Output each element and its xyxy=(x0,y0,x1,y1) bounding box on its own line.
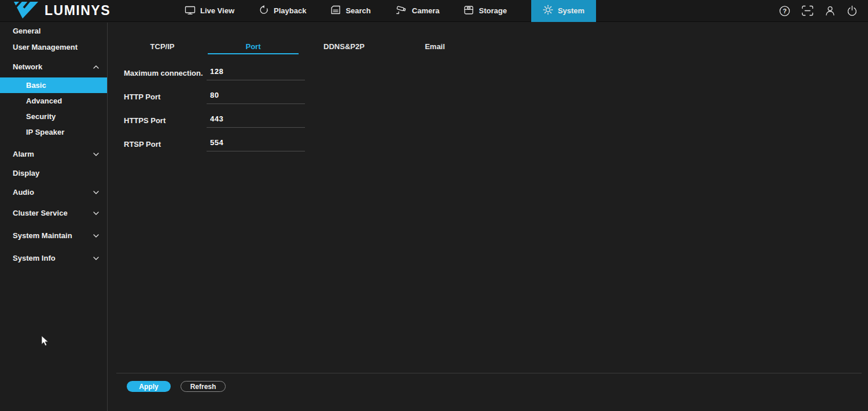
chevron-down-icon xyxy=(93,257,99,260)
sidebar-item-label: Cluster Service xyxy=(13,209,68,217)
sidebar-item-label: Basic xyxy=(26,81,46,90)
sidebar-item-basic[interactable]: Basic xyxy=(0,77,107,93)
cctv-camera-icon xyxy=(395,5,407,17)
monitor-icon xyxy=(185,5,196,17)
nav-label: Search xyxy=(345,6,370,15)
playback-arrow-icon xyxy=(259,5,269,17)
http-port-label: HTTP Port xyxy=(124,92,207,101)
port-settings-form: Maximum connection. HTTP Port HTTPS Port… xyxy=(124,61,868,156)
sidebar-item-label: General xyxy=(13,27,41,35)
sidebar-item-system-info[interactable]: System Info xyxy=(0,247,107,269)
sidebar-item-alarm[interactable]: Alarm xyxy=(0,145,107,164)
nav-label: Live View xyxy=(200,6,234,15)
sidebar-item-label: System Maintain xyxy=(13,231,72,240)
max-connection-label: Maximum connection. xyxy=(124,69,207,77)
sidebar-item-label: Display xyxy=(13,169,39,177)
form-row-max-connection: Maximum connection. xyxy=(124,61,868,85)
sidebar-item-label: Alarm xyxy=(13,150,34,158)
document-search-icon xyxy=(330,5,341,16)
nav-item-storage[interactable]: Storage xyxy=(464,0,506,22)
luminys-logo-icon xyxy=(13,0,39,22)
form-row-rtsp-port: RTSP Port xyxy=(124,132,868,156)
refresh-button[interactable]: Refresh xyxy=(181,381,226,392)
sidebar-item-label: Audio xyxy=(13,188,34,197)
tab-tcpip[interactable]: TCP/IP xyxy=(117,39,208,54)
logo-text: LUMINYS xyxy=(45,3,111,18)
nav-label: Storage xyxy=(479,6,506,15)
main-nav: Live View Playback xyxy=(185,0,596,22)
nav-item-live-view[interactable]: Live View xyxy=(185,0,234,22)
nav-item-camera[interactable]: Camera xyxy=(395,0,440,22)
sidebar-item-label: Advanced xyxy=(26,97,62,105)
http-port-input[interactable] xyxy=(207,90,305,104)
nav-label: System xyxy=(558,6,584,15)
sidebar-item-network[interactable]: Network xyxy=(0,57,107,76)
apply-button[interactable]: Apply xyxy=(127,381,171,392)
fullscreen-icon[interactable] xyxy=(801,5,814,16)
https-port-label: HTTPS Port xyxy=(124,116,207,125)
sidebar-item-ip-speaker[interactable]: IP Speaker xyxy=(0,124,107,140)
sidebar-item-display[interactable]: Display xyxy=(0,164,107,183)
sidebar-item-label: System Info xyxy=(13,254,56,262)
nav-item-system[interactable]: System xyxy=(531,0,596,22)
rtsp-port-input[interactable] xyxy=(207,138,305,151)
utility-icons: ? xyxy=(779,5,868,17)
action-buttons: Apply Refresh xyxy=(127,381,862,392)
sidebar-item-general[interactable]: General xyxy=(0,23,107,39)
sidebar-item-user-management[interactable]: User Management xyxy=(0,39,107,55)
storage-box-icon xyxy=(464,5,474,17)
sidebar-item-label: IP Speaker xyxy=(26,128,64,136)
sidebar-item-security[interactable]: Security xyxy=(0,109,107,124)
gear-icon xyxy=(543,5,553,17)
form-row-https-port: HTTPS Port xyxy=(124,109,868,132)
form-footer: Apply Refresh xyxy=(116,373,862,392)
sidebar-item-system-maintain[interactable]: System Maintain xyxy=(0,224,107,247)
main-content: TCP/IP Port DDNS&P2P Email Maximum conne… xyxy=(108,23,868,411)
chevron-down-icon xyxy=(93,234,99,238)
luminys-logo: LUMINYS xyxy=(0,0,111,22)
sidebar-item-label: Network xyxy=(13,62,42,71)
sidebar-item-advanced[interactable]: Advanced xyxy=(0,93,107,109)
network-tabs: TCP/IP Port DDNS&P2P Email xyxy=(117,39,868,54)
sidebar-item-cluster-service[interactable]: Cluster Service xyxy=(0,202,107,224)
rtsp-port-label: RTSP Port xyxy=(124,140,207,149)
settings-sidebar: General User Management Network Basic Ad… xyxy=(0,23,108,411)
user-icon[interactable] xyxy=(825,5,836,16)
nav-label: Camera xyxy=(412,6,440,15)
chevron-down-icon xyxy=(93,191,99,194)
tab-email[interactable]: Email xyxy=(389,39,480,54)
tab-ddns-p2p[interactable]: DDNS&P2P xyxy=(299,39,389,54)
power-icon[interactable] xyxy=(847,5,858,16)
tab-port[interactable]: Port xyxy=(208,39,299,54)
max-connection-input[interactable] xyxy=(207,66,305,80)
sidebar-item-label: User Management xyxy=(13,43,78,51)
sidebar-item-label: Security xyxy=(26,112,56,121)
nav-item-search[interactable]: Search xyxy=(330,0,370,22)
chevron-down-icon xyxy=(93,212,99,215)
nav-item-playback[interactable]: Playback xyxy=(259,0,306,22)
svg-text:?: ? xyxy=(783,8,787,14)
help-icon[interactable]: ? xyxy=(779,5,790,17)
nav-label: Playback xyxy=(274,6,306,15)
app-window: LUMINYS Live View xyxy=(0,0,868,411)
chevron-down-icon xyxy=(93,153,99,156)
https-port-input[interactable] xyxy=(207,114,305,128)
sidebar-item-audio[interactable]: Audio xyxy=(0,183,107,202)
top-navigation-bar: LUMINYS Live View xyxy=(0,0,868,22)
chevron-up-icon xyxy=(93,65,99,69)
form-row-http-port: HTTP Port xyxy=(124,85,868,109)
